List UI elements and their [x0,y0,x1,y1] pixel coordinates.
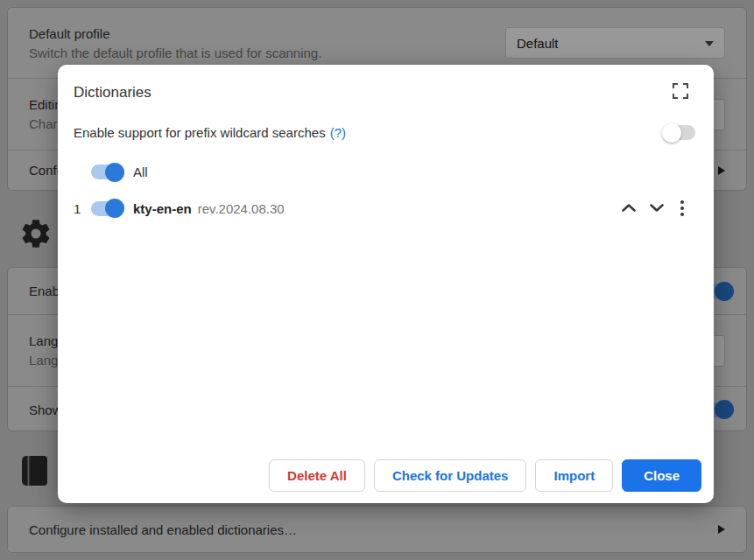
move-up-button[interactable] [621,202,637,215]
dialog-header: Dictionaries [58,65,714,102]
dialog-footer: Delete All Check for Updates Import Clos… [269,459,701,492]
chevron-down-icon [649,202,665,215]
move-down-button[interactable] [649,202,665,215]
delete-all-button[interactable]: Delete All [269,459,365,492]
dictionary-list-item: 1 kty-en-en rev.2024.08.30 [58,199,714,218]
fullscreen-button[interactable] [672,82,689,102]
check-for-updates-button[interactable]: Check for Updates [374,459,527,492]
fullscreen-icon [672,82,689,102]
close-button[interactable]: Close [622,459,701,492]
kebab-menu-icon[interactable] [677,199,687,218]
prefix-wildcard-label: Enable support for prefix wildcard searc… [74,125,326,140]
dictionary-name: kty-en-en [133,201,192,216]
help-icon[interactable]: (?) [330,125,346,140]
dictionary-revision: rev.2024.08.30 [198,201,285,216]
import-button[interactable]: Import [535,459,613,492]
all-toggle-label: All [133,164,148,179]
dictionaries-dialog: Dictionaries Enable support for prefix w… [58,65,714,503]
dictionary-index: 1 [74,201,91,216]
all-dictionaries-toggle[interactable] [91,164,123,179]
dictionary-toggle[interactable] [91,201,123,216]
prefix-wildcard-toggle[interactable] [664,125,695,140]
dialog-title: Dictionaries [74,84,152,102]
prefix-wildcard-row: Enable support for prefix wildcard searc… [58,125,714,140]
chevron-up-icon [621,202,637,215]
all-dictionaries-row: All [58,164,714,179]
